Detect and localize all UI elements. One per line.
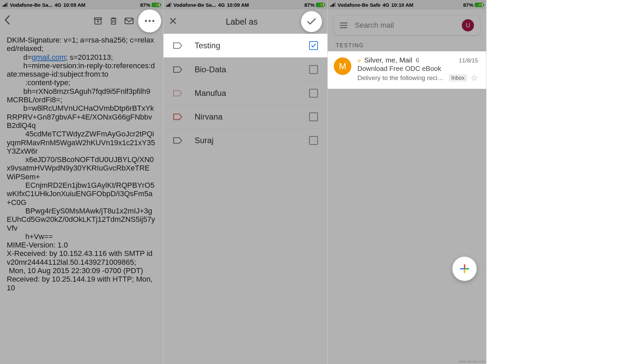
label-tag-icon: [173, 66, 182, 73]
screen-email-detail: Vodafone-Be Sa... 4G 10:09 AM 87% ⚡ DKIM…: [0, 0, 164, 364]
label-name: Testing: [195, 41, 297, 50]
network-type: 4G: [382, 2, 389, 8]
archive-button[interactable]: [92, 15, 104, 27]
blank-area: [486, 0, 625, 364]
svg-rect-2: [125, 18, 133, 24]
more-icon: [145, 20, 154, 22]
inbox-badge: Inbox: [449, 74, 467, 82]
battery-percent: 87%: [140, 2, 150, 8]
menu-icon[interactable]: [340, 23, 347, 28]
sender-avatar: M: [334, 57, 351, 75]
battery-icon: ⚡: [152, 3, 160, 7]
empty-area: [328, 89, 486, 364]
battery-icon: ⚡: [475, 3, 483, 7]
check-icon: [307, 18, 316, 25]
network-type: 4G: [54, 2, 61, 8]
label-row[interactable]: Bio-Data: [164, 57, 327, 81]
watermark: www.deuaq.com: [458, 360, 485, 363]
status-bar: Vodafone-Be Sa... 4G 10:09 AM 87% ⚡: [164, 0, 327, 9]
label-checkbox[interactable]: [309, 41, 318, 50]
label-header: Label as: [164, 9, 327, 34]
section-header: TESTING: [328, 39, 486, 51]
email-subject: Download Free ODC eBook: [357, 65, 478, 73]
email-list-item[interactable]: M » Silver, me, Mail 6 11/8/15 Download …: [328, 51, 486, 89]
thread-count: 6: [416, 57, 419, 64]
search-placeholder: Search mail: [355, 21, 454, 30]
sender-names: Silver, me, Mail: [364, 56, 412, 64]
label-tag-icon: [173, 137, 182, 144]
label-row[interactable]: Suraj: [164, 128, 327, 152]
status-bar: Vodafone-Be Safe 4G 10:10 AM 87% ⚡: [328, 0, 486, 9]
battery-percent: 87%: [304, 2, 315, 8]
star-button[interactable]: ☆: [471, 73, 478, 83]
plus-icon: [460, 264, 469, 273]
account-avatar[interactable]: U: [462, 19, 474, 31]
search-area: Search mail U: [328, 9, 486, 39]
email-date: 11/8/15: [459, 57, 478, 64]
screen-inbox-label: Vodafone-Be Safe 4G 10:10 AM 87% ⚡ Searc…: [328, 0, 486, 364]
label-name: Bio-Data: [195, 65, 297, 74]
signal-icon: [166, 3, 171, 7]
label-dialog-title: Label as: [182, 17, 301, 27]
delete-button[interactable]: [107, 15, 120, 27]
label-checkbox[interactable]: [309, 112, 318, 121]
label-checkbox[interactable]: [309, 136, 318, 145]
carrier-name: Vodafone-Be Sa...: [10, 2, 52, 8]
back-button[interactable]: [4, 15, 10, 28]
network-type: 4G: [218, 2, 225, 8]
battery-percent: 87%: [463, 2, 473, 8]
compose-button[interactable]: [452, 257, 477, 281]
status-time: 10:10 AM: [391, 2, 413, 8]
more-options-button[interactable]: [138, 9, 161, 32]
email-toolbar: [0, 9, 163, 32]
status-time: 10:09 AM: [227, 2, 249, 8]
status-bar: Vodafone-Be Sa... 4G 10:09 AM 87% ⚡: [0, 0, 163, 9]
label-tag-icon: [173, 42, 182, 49]
important-marker-icon: »: [357, 57, 361, 64]
close-button[interactable]: [169, 16, 182, 27]
empty-area: [164, 152, 327, 364]
label-row[interactable]: Manufua: [164, 81, 327, 105]
carrier-name: Vodafone-Be Safe: [338, 2, 380, 8]
screen-label-as: Vodafone-Be Sa... 4G 10:09 AM 87% ⚡ Labe…: [164, 0, 328, 364]
label-list: Testing Bio-Data Manufua Nirvana Suraj: [164, 34, 327, 152]
label-name: Manufua: [195, 88, 297, 98]
label-row[interactable]: Testing: [164, 34, 327, 57]
mark-unread-button[interactable]: [123, 15, 135, 27]
carrier-name: Vodafone-Be Sa...: [173, 2, 216, 8]
signal-icon: [3, 3, 8, 7]
label-name: Nirvana: [195, 112, 297, 122]
label-checkbox[interactable]: [309, 89, 318, 98]
battery-icon: ⚡: [316, 3, 325, 7]
confirm-button[interactable]: [301, 11, 322, 32]
status-time: 10:09 AM: [63, 2, 85, 8]
signal-icon: [330, 3, 335, 7]
email-body-text: DKIM-Signature: v=1; a=rsa-sha256; c=rel…: [0, 32, 163, 364]
label-checkbox[interactable]: [309, 65, 318, 74]
label-name: Suraj: [195, 136, 297, 145]
label-tag-icon: [173, 113, 182, 121]
email-snippet: Delivery to the following recipie...: [357, 74, 445, 82]
search-bar[interactable]: Search mail U: [334, 16, 480, 35]
label-row[interactable]: Nirvana: [164, 105, 327, 128]
label-tag-icon: [173, 89, 182, 97]
